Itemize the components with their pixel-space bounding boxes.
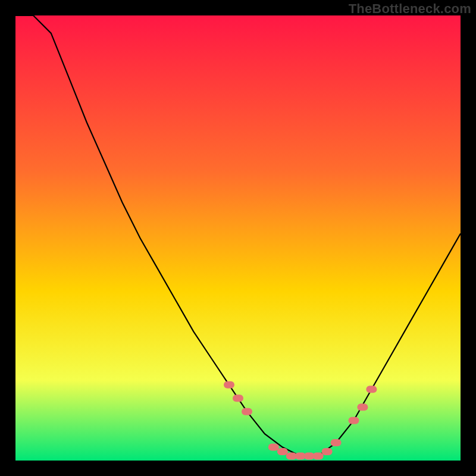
highlight-marker — [313, 453, 324, 460]
gradient-background — [15, 15, 461, 461]
watermark-text: TheBottleneck.com — [349, 1, 471, 17]
highlight-marker — [357, 403, 368, 411]
highlight-marker — [331, 439, 342, 446]
chart-container: TheBottleneck.com — [0, 0, 476, 476]
highlight-marker — [277, 448, 288, 455]
highlight-marker — [366, 386, 377, 393]
bottleneck-chart-svg — [15, 15, 461, 461]
highlight-marker — [233, 394, 243, 402]
highlight-marker — [268, 444, 279, 451]
highlight-marker — [349, 417, 359, 424]
highlight-marker — [242, 408, 252, 415]
plot-area — [15, 15, 461, 461]
highlight-marker — [224, 381, 234, 389]
highlight-marker — [322, 448, 333, 455]
